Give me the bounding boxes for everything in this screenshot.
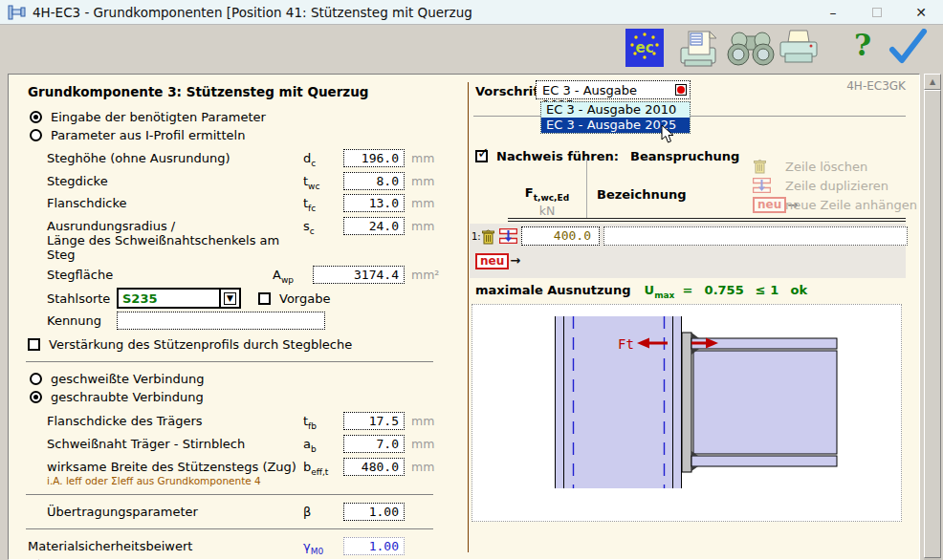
stegdicke-input[interactable]: 8.0 <box>343 172 405 190</box>
wirksame-breite-input[interactable]: 480.0 <box>343 458 405 476</box>
vertical-scrollbar[interactable]: ▲ <box>924 74 941 560</box>
option-ec3-2010[interactable]: EC 3 - Ausgabe 2010 <box>541 102 690 118</box>
nachweis-checkbox[interactable]: ✓ <box>475 150 488 162</box>
radio-icon[interactable] <box>30 129 42 141</box>
param-symbol: tfc <box>303 194 343 213</box>
param-row-schweissnaht: Schweißnaht Träger - Stirnblech ab 7.0 m… <box>22 435 437 454</box>
connection-drawing: Ft <box>472 304 902 522</box>
print-icon[interactable] <box>777 29 821 72</box>
help-icon[interactable]: ? <box>854 26 871 64</box>
vorschrift-dropdown[interactable]: EC 3 - Ausgabe 2025 <box>536 80 691 99</box>
param-row-wirksame-breite: wirksame Breite des Stützenstegs (Zug) b… <box>22 458 437 477</box>
param-symbol: Awp <box>273 266 313 285</box>
chevron-down-icon: ▼ <box>224 292 236 305</box>
column-header-force: Ft,wc,Ed <box>499 185 595 203</box>
kennung-row: Kennung <box>22 312 437 330</box>
print-preview-icon[interactable] <box>677 29 721 72</box>
steghoehe-input[interactable]: 196.0 <box>343 149 405 167</box>
svg-text:ec: ec <box>635 39 653 56</box>
divider <box>26 494 433 495</box>
ausrundungsradius-input[interactable]: 24.0 <box>343 217 405 235</box>
close-button[interactable]: ✕ <box>899 0 943 24</box>
radio-geschweisste-verbindung[interactable]: geschweißte Verbindung <box>22 370 437 388</box>
param-symbol: tfb <box>303 412 343 431</box>
toolbar: ec <box>0 26 943 72</box>
verstaerkung-checkbox-row[interactable]: Verstärkung des Stützenprofils durch Ste… <box>22 334 437 354</box>
param-row-materialsicherheit: Materialsicherheitsbeiwert γM0 1.00 <box>22 537 437 556</box>
radio-icon[interactable] <box>30 111 42 123</box>
maximize-button[interactable] <box>855 0 899 24</box>
force-label: Ft <box>618 336 634 352</box>
nachweis-checkbox-row[interactable]: ✓ Nachweis führen: Beanspruchung <box>475 149 739 163</box>
radio-parameter-i-profil[interactable]: Parameter aus I-Profil ermitteln <box>22 126 437 144</box>
table-row: 1: 400.0 <box>472 226 908 246</box>
arrow-right-icon: → <box>510 253 520 268</box>
param-symbol: beff,t <box>303 458 343 477</box>
param-row-ausrundungsradius: Ausrundungsradius /Länge des Schweißnaht… <box>22 217 437 262</box>
window-title: 4H-EC3 - Grundkomponenten [Position 41: … <box>33 5 472 20</box>
column-unit: kN <box>499 204 595 218</box>
main-panel: Grundkomponente 3: Stützensteg mit Querz… <box>8 74 920 560</box>
radio-geschraubte-verbindung[interactable]: geschraubte Verbindung <box>22 388 437 406</box>
duplicate-row-button[interactable] <box>499 228 517 244</box>
schweissnaht-input[interactable]: 7.0 <box>343 435 405 453</box>
header-underline <box>508 218 906 222</box>
binoculars-icon[interactable] <box>727 29 775 72</box>
force-value-input[interactable]: 400.0 <box>521 226 600 246</box>
module-label: 4H-EC3GK <box>846 79 906 93</box>
column-header-bezeichnung: Bezeichnung <box>597 187 687 202</box>
trash-icon <box>753 159 785 174</box>
param-row-traeger-flanschdicke: Flanschdicke des Trägers tfb 17.5 mm <box>22 412 437 431</box>
vorgabe-checkbox[interactable] <box>258 292 271 305</box>
gamma-input[interactable]: 1.00 <box>343 537 405 555</box>
neu-icon: neu→ <box>753 197 785 213</box>
bezeichnung-input[interactable] <box>603 226 908 246</box>
append-row-button[interactable]: neu→ <box>475 253 520 269</box>
divider <box>26 528 433 529</box>
dropdown-button[interactable]: ▼ <box>219 290 239 307</box>
action-neue-zeile[interactable]: neu→ neue Zeile anhängen <box>753 197 917 213</box>
scrollbar-thumb[interactable] <box>924 90 941 558</box>
param-symbol: dc <box>303 149 343 168</box>
action-zeile-loeschen[interactable]: Zeile löschen <box>753 159 867 174</box>
radio-icon[interactable] <box>30 373 42 385</box>
stahlsorte-dropdown[interactable]: S235 ▼ <box>117 288 241 309</box>
window-titlebar: 4H-EC3 - Grundkomponenten [Position 41: … <box>0 0 943 25</box>
radio-icon[interactable] <box>30 391 42 403</box>
record-indicator-icon[interactable] <box>675 84 687 96</box>
param-symbol: ab <box>303 435 343 454</box>
right-column: 4H-EC3GK Vorschrift EC 3 - Ausgabe 2025 … <box>470 75 921 560</box>
minimize-button[interactable]: – <box>811 0 855 24</box>
verstaerkung-checkbox[interactable] <box>28 338 40 351</box>
param-symbol: β <box>303 503 343 519</box>
flanschdicke-input[interactable]: 13.0 <box>343 194 405 212</box>
kennung-input[interactable] <box>117 312 325 330</box>
scroll-up-button[interactable]: ▲ <box>924 74 941 90</box>
delete-row-button[interactable] <box>481 228 495 245</box>
beta-input[interactable]: 1.00 <box>343 503 405 521</box>
traeger-flanschdicke-input[interactable]: 17.5 <box>343 412 405 430</box>
app-window: 4H-EC3 - Grundkomponenten [Position 41: … <box>0 0 943 560</box>
column-separator <box>586 159 587 219</box>
stahlsorte-value: S235 <box>119 290 219 307</box>
param-row-flanschdicke: Flanschdicke tfc 13.0 mm <box>22 194 437 213</box>
radio-eingabe-parameter[interactable]: Eingabe der benötigten Parameter <box>22 108 437 126</box>
result-line: maximale Ausnutzung Umax = 0.755 ≤ 1 ok <box>475 283 807 300</box>
param-symbol: sc <box>303 217 343 236</box>
stegflaeche-input[interactable]: 3174.4 <box>313 266 405 284</box>
check-icon: ✓ <box>30 555 42 560</box>
action-zeile-duplizieren[interactable]: Zeile duplizieren <box>753 178 888 193</box>
confirm-icon[interactable] <box>888 29 928 70</box>
duplicate-row-icon <box>753 178 785 193</box>
param-row-stegdicke: Stegdicke twc 8.0 mm <box>22 172 437 191</box>
section-heading: Grundkomponente 3: Stützensteg mit Querz… <box>28 84 437 99</box>
check-icon: ✓ <box>477 144 490 162</box>
param-symbol: γM0 <box>303 537 343 556</box>
app-icon <box>8 5 26 20</box>
left-column: Grundkomponente 3: Stützensteg mit Querz… <box>22 84 437 560</box>
panel-divider <box>468 82 469 552</box>
eurocode-icon[interactable]: ec <box>625 29 664 70</box>
vorschrift-label: Vorschrift <box>475 84 544 98</box>
row-index: 1: <box>472 231 481 242</box>
param-symbol: twc <box>303 172 343 191</box>
